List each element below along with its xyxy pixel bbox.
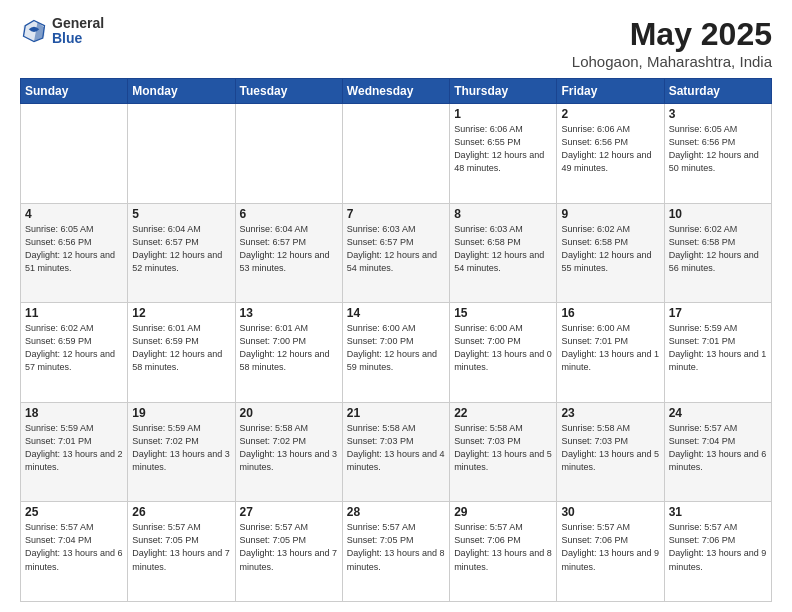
calendar-cell: 11Sunrise: 6:02 AM Sunset: 6:59 PM Dayli… bbox=[21, 303, 128, 403]
cell-info: Sunrise: 6:02 AM Sunset: 6:59 PM Dayligh… bbox=[25, 322, 123, 374]
cell-date: 22 bbox=[454, 406, 552, 420]
calendar-cell: 28Sunrise: 5:57 AM Sunset: 7:05 PM Dayli… bbox=[342, 502, 449, 602]
cell-info: Sunrise: 5:58 AM Sunset: 7:03 PM Dayligh… bbox=[561, 422, 659, 474]
calendar-cell bbox=[235, 104, 342, 204]
cell-info: Sunrise: 5:57 AM Sunset: 7:04 PM Dayligh… bbox=[669, 422, 767, 474]
calendar-cell: 18Sunrise: 5:59 AM Sunset: 7:01 PM Dayli… bbox=[21, 402, 128, 502]
logo-general: General bbox=[52, 16, 104, 31]
calendar-cell: 29Sunrise: 5:57 AM Sunset: 7:06 PM Dayli… bbox=[450, 502, 557, 602]
cell-info: Sunrise: 6:05 AM Sunset: 6:56 PM Dayligh… bbox=[25, 223, 123, 275]
cell-info: Sunrise: 5:57 AM Sunset: 7:06 PM Dayligh… bbox=[561, 521, 659, 573]
calendar-cell: 7Sunrise: 6:03 AM Sunset: 6:57 PM Daylig… bbox=[342, 203, 449, 303]
calendar-row: 1Sunrise: 6:06 AM Sunset: 6:55 PM Daylig… bbox=[21, 104, 772, 204]
cell-info: Sunrise: 6:05 AM Sunset: 6:56 PM Dayligh… bbox=[669, 123, 767, 175]
calendar-row: 18Sunrise: 5:59 AM Sunset: 7:01 PM Dayli… bbox=[21, 402, 772, 502]
cell-date: 3 bbox=[669, 107, 767, 121]
cell-info: Sunrise: 6:02 AM Sunset: 6:58 PM Dayligh… bbox=[669, 223, 767, 275]
logo-icon bbox=[20, 17, 48, 45]
cell-info: Sunrise: 6:02 AM Sunset: 6:58 PM Dayligh… bbox=[561, 223, 659, 275]
cell-info: Sunrise: 6:01 AM Sunset: 7:00 PM Dayligh… bbox=[240, 322, 338, 374]
header-row: SundayMondayTuesdayWednesdayThursdayFrid… bbox=[21, 79, 772, 104]
cell-date: 7 bbox=[347, 207, 445, 221]
title-block: May 2025 Lohogaon, Maharashtra, India bbox=[572, 16, 772, 70]
cell-info: Sunrise: 5:58 AM Sunset: 7:03 PM Dayligh… bbox=[347, 422, 445, 474]
calendar-cell: 24Sunrise: 5:57 AM Sunset: 7:04 PM Dayli… bbox=[664, 402, 771, 502]
calendar-cell: 25Sunrise: 5:57 AM Sunset: 7:04 PM Dayli… bbox=[21, 502, 128, 602]
cell-date: 1 bbox=[454, 107, 552, 121]
cell-info: Sunrise: 5:57 AM Sunset: 7:05 PM Dayligh… bbox=[347, 521, 445, 573]
calendar-cell: 10Sunrise: 6:02 AM Sunset: 6:58 PM Dayli… bbox=[664, 203, 771, 303]
col-header-sunday: Sunday bbox=[21, 79, 128, 104]
cell-date: 27 bbox=[240, 505, 338, 519]
cell-date: 5 bbox=[132, 207, 230, 221]
cell-date: 13 bbox=[240, 306, 338, 320]
cell-date: 14 bbox=[347, 306, 445, 320]
cell-date: 4 bbox=[25, 207, 123, 221]
header: General Blue May 2025 Lohogaon, Maharash… bbox=[20, 16, 772, 70]
cell-date: 9 bbox=[561, 207, 659, 221]
cell-info: Sunrise: 5:57 AM Sunset: 7:06 PM Dayligh… bbox=[454, 521, 552, 573]
cell-info: Sunrise: 6:06 AM Sunset: 6:55 PM Dayligh… bbox=[454, 123, 552, 175]
cell-info: Sunrise: 6:04 AM Sunset: 6:57 PM Dayligh… bbox=[132, 223, 230, 275]
cell-date: 20 bbox=[240, 406, 338, 420]
cell-date: 16 bbox=[561, 306, 659, 320]
cell-date: 28 bbox=[347, 505, 445, 519]
cell-info: Sunrise: 5:58 AM Sunset: 7:03 PM Dayligh… bbox=[454, 422, 552, 474]
main-title: May 2025 bbox=[572, 16, 772, 53]
calendar-cell: 12Sunrise: 6:01 AM Sunset: 6:59 PM Dayli… bbox=[128, 303, 235, 403]
cell-info: Sunrise: 6:03 AM Sunset: 6:57 PM Dayligh… bbox=[347, 223, 445, 275]
calendar-cell bbox=[128, 104, 235, 204]
cell-date: 10 bbox=[669, 207, 767, 221]
calendar-cell: 3Sunrise: 6:05 AM Sunset: 6:56 PM Daylig… bbox=[664, 104, 771, 204]
calendar-cell: 30Sunrise: 5:57 AM Sunset: 7:06 PM Dayli… bbox=[557, 502, 664, 602]
cell-date: 29 bbox=[454, 505, 552, 519]
subtitle: Lohogaon, Maharashtra, India bbox=[572, 53, 772, 70]
calendar-cell: 17Sunrise: 5:59 AM Sunset: 7:01 PM Dayli… bbox=[664, 303, 771, 403]
cell-info: Sunrise: 6:00 AM Sunset: 7:00 PM Dayligh… bbox=[454, 322, 552, 374]
calendar-cell: 22Sunrise: 5:58 AM Sunset: 7:03 PM Dayli… bbox=[450, 402, 557, 502]
cell-info: Sunrise: 5:57 AM Sunset: 7:05 PM Dayligh… bbox=[240, 521, 338, 573]
cell-info: Sunrise: 5:57 AM Sunset: 7:04 PM Dayligh… bbox=[25, 521, 123, 573]
calendar-cell: 6Sunrise: 6:04 AM Sunset: 6:57 PM Daylig… bbox=[235, 203, 342, 303]
calendar-cell: 27Sunrise: 5:57 AM Sunset: 7:05 PM Dayli… bbox=[235, 502, 342, 602]
cell-date: 31 bbox=[669, 505, 767, 519]
page: General Blue May 2025 Lohogaon, Maharash… bbox=[0, 0, 792, 612]
col-header-friday: Friday bbox=[557, 79, 664, 104]
cell-info: Sunrise: 6:00 AM Sunset: 7:00 PM Dayligh… bbox=[347, 322, 445, 374]
col-header-wednesday: Wednesday bbox=[342, 79, 449, 104]
col-header-monday: Monday bbox=[128, 79, 235, 104]
calendar-cell: 8Sunrise: 6:03 AM Sunset: 6:58 PM Daylig… bbox=[450, 203, 557, 303]
cell-info: Sunrise: 5:59 AM Sunset: 7:02 PM Dayligh… bbox=[132, 422, 230, 474]
cell-date: 24 bbox=[669, 406, 767, 420]
calendar-table: SundayMondayTuesdayWednesdayThursdayFrid… bbox=[20, 78, 772, 602]
calendar-cell: 20Sunrise: 5:58 AM Sunset: 7:02 PM Dayli… bbox=[235, 402, 342, 502]
calendar-cell: 23Sunrise: 5:58 AM Sunset: 7:03 PM Dayli… bbox=[557, 402, 664, 502]
cell-info: Sunrise: 6:04 AM Sunset: 6:57 PM Dayligh… bbox=[240, 223, 338, 275]
calendar-cell: 31Sunrise: 5:57 AM Sunset: 7:06 PM Dayli… bbox=[664, 502, 771, 602]
cell-date: 23 bbox=[561, 406, 659, 420]
cell-date: 12 bbox=[132, 306, 230, 320]
col-header-tuesday: Tuesday bbox=[235, 79, 342, 104]
calendar-cell: 4Sunrise: 6:05 AM Sunset: 6:56 PM Daylig… bbox=[21, 203, 128, 303]
calendar-cell: 26Sunrise: 5:57 AM Sunset: 7:05 PM Dayli… bbox=[128, 502, 235, 602]
calendar-cell: 16Sunrise: 6:00 AM Sunset: 7:01 PM Dayli… bbox=[557, 303, 664, 403]
calendar-cell: 1Sunrise: 6:06 AM Sunset: 6:55 PM Daylig… bbox=[450, 104, 557, 204]
cell-date: 15 bbox=[454, 306, 552, 320]
cell-info: Sunrise: 6:00 AM Sunset: 7:01 PM Dayligh… bbox=[561, 322, 659, 374]
cell-info: Sunrise: 5:57 AM Sunset: 7:05 PM Dayligh… bbox=[132, 521, 230, 573]
cell-info: Sunrise: 5:57 AM Sunset: 7:06 PM Dayligh… bbox=[669, 521, 767, 573]
cell-date: 30 bbox=[561, 505, 659, 519]
cell-info: Sunrise: 6:06 AM Sunset: 6:56 PM Dayligh… bbox=[561, 123, 659, 175]
calendar-cell: 14Sunrise: 6:00 AM Sunset: 7:00 PM Dayli… bbox=[342, 303, 449, 403]
calendar-cell bbox=[342, 104, 449, 204]
cell-date: 17 bbox=[669, 306, 767, 320]
calendar-row: 4Sunrise: 6:05 AM Sunset: 6:56 PM Daylig… bbox=[21, 203, 772, 303]
calendar-cell: 5Sunrise: 6:04 AM Sunset: 6:57 PM Daylig… bbox=[128, 203, 235, 303]
cell-date: 2 bbox=[561, 107, 659, 121]
cell-date: 19 bbox=[132, 406, 230, 420]
cell-info: Sunrise: 5:59 AM Sunset: 7:01 PM Dayligh… bbox=[25, 422, 123, 474]
calendar-cell: 2Sunrise: 6:06 AM Sunset: 6:56 PM Daylig… bbox=[557, 104, 664, 204]
calendar-cell: 13Sunrise: 6:01 AM Sunset: 7:00 PM Dayli… bbox=[235, 303, 342, 403]
col-header-saturday: Saturday bbox=[664, 79, 771, 104]
cell-date: 18 bbox=[25, 406, 123, 420]
